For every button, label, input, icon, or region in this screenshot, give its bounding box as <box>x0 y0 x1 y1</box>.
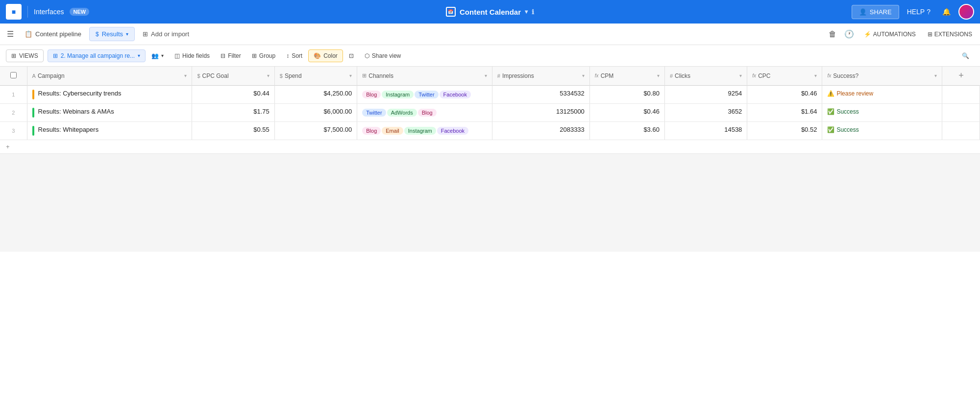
table-header-row: A Campaign ▾ $ CPC Goal ▾ <box>0 67 980 85</box>
search-icon: 🔍 <box>962 52 969 59</box>
pipeline-tab[interactable]: 📋 Content pipeline <box>19 27 87 41</box>
impressions-cell[interactable]: 13125000 <box>492 103 589 121</box>
success-cell[interactable]: ✅ Success <box>822 121 942 140</box>
cpc-cell[interactable]: $0.46 <box>747 85 822 103</box>
impressions-header[interactable]: # Impressions ▾ <box>492 67 589 85</box>
cpc-header[interactable]: fx CPC ▾ <box>747 67 822 85</box>
cpm-cell[interactable]: $0.46 <box>589 103 664 121</box>
color-button[interactable]: 🎨 Color <box>308 49 343 62</box>
info-icon[interactable]: ℹ <box>532 8 534 16</box>
share-button[interactable]: 👤 SHARE <box>852 5 899 19</box>
success-cell[interactable]: ✅ Success <box>822 103 942 121</box>
check-all-header[interactable] <box>0 67 27 85</box>
add-column-header[interactable]: + <box>942 67 980 85</box>
clicks-header[interactable]: # Clicks ▾ <box>664 67 747 85</box>
notifications-button[interactable]: 🔔 <box>938 6 955 18</box>
filter-button[interactable]: ⊟ Filter <box>216 50 246 62</box>
channel-tag: AdWords <box>387 109 417 117</box>
people-filter-button[interactable]: 👥 ▾ <box>147 50 169 62</box>
row-number: 3 <box>12 128 15 134</box>
toolbar: ⊞ VIEWS ⊞ 2. Manage all campaign re... ▾… <box>0 45 980 67</box>
campaign-header[interactable]: A Campaign ▾ <box>27 67 192 85</box>
check-icon: ✅ <box>827 108 834 115</box>
clicks-sort-caret: ▾ <box>739 73 742 78</box>
spend-cell[interactable]: $7,500.00 <box>274 121 357 140</box>
spend-sort-caret: ▾ <box>349 73 352 78</box>
channels-cell[interactable]: TwitterAdWordsBlog <box>357 103 492 121</box>
dollar-icon: $ <box>96 31 99 38</box>
spend-header[interactable]: $ Spend ▾ <box>274 67 357 85</box>
channels-cell[interactable]: BlogInstagramTwitterFacebook <box>357 85 492 103</box>
clicks-cell[interactable]: 3652 <box>664 103 747 121</box>
cpm-header[interactable]: fx CPM ▾ <box>589 67 664 85</box>
color-icon: 🎨 <box>314 52 321 59</box>
channel-tag: Facebook <box>440 91 471 98</box>
hide-icon: ◫ <box>174 52 180 59</box>
hide-fields-button[interactable]: ◫ Hide fields <box>170 50 215 62</box>
search-button[interactable]: 🔍 <box>957 50 974 62</box>
add-col-cell <box>942 85 980 103</box>
gallery-button[interactable]: ⊡ <box>344 50 359 62</box>
cpc-goal-type-icon: $ <box>197 73 200 79</box>
filter-icon: ⊟ <box>220 52 225 59</box>
table-view-caret[interactable]: ▾ <box>138 53 140 58</box>
channels-cell[interactable]: BlogEmailInstagramFacebook <box>357 121 492 140</box>
sort-icon: ↕ <box>286 52 289 59</box>
extensions-button[interactable]: ⊞ EXTENSIONS <box>924 29 976 40</box>
help-button[interactable]: HELP ? <box>903 6 934 18</box>
share-view-button[interactable]: ⬡ Share view <box>360 50 406 62</box>
cpc-sort-caret: ▾ <box>814 73 817 78</box>
views-button[interactable]: ⊞ VIEWS <box>6 49 44 62</box>
main-content: A Campaign ▾ $ CPC Goal ▾ <box>0 67 980 407</box>
cpc-goal-cell[interactable]: $0.55 <box>192 121 274 140</box>
user-avatar[interactable] <box>958 4 974 20</box>
check-all-checkbox[interactable] <box>10 72 17 78</box>
table-view-button[interactable]: ⊞ 2. Manage all campaign re... ▾ <box>48 49 146 62</box>
table-row: 3Results: Whitepapers$0.55$7,500.00BlogE… <box>0 121 980 140</box>
second-nav-right: 🗑 🕐 ⚡ AUTOMATIONS ⊞ EXTENSIONS <box>827 27 976 41</box>
history-button[interactable]: 🕐 <box>842 27 856 41</box>
success-header[interactable]: fx Success? ▾ <box>822 67 942 85</box>
title-caret[interactable]: ▾ <box>525 8 528 15</box>
cpc-goal-cell[interactable]: $0.44 <box>192 85 274 103</box>
page-title: Content Calendar <box>460 8 521 16</box>
people-caret: ▾ <box>161 53 164 58</box>
channel-tag: Blog <box>362 91 381 98</box>
warning-icon: ⚠️ <box>827 90 834 97</box>
results-caret[interactable]: ▾ <box>126 31 128 37</box>
app-name: Interfaces <box>34 8 64 16</box>
results-tab[interactable]: $ Results ▾ <box>89 27 135 41</box>
share-person-icon: 👤 <box>859 8 867 16</box>
spend-cell[interactable]: $6,000.00 <box>274 103 357 121</box>
campaign-cell[interactable]: Results: Whitepapers <box>27 121 192 140</box>
cpm-cell[interactable]: $0.80 <box>589 85 664 103</box>
cpc-goal-sort-caret: ▾ <box>267 73 270 78</box>
spend-cell[interactable]: $4,250.00 <box>274 85 357 103</box>
nav-divider <box>27 6 28 18</box>
cpm-cell[interactable]: $3.60 <box>589 121 664 140</box>
channels-header[interactable]: ⊞ Channels ▾ <box>357 67 492 85</box>
cpc-type-icon: fx <box>752 73 756 78</box>
impressions-cell[interactable]: 5334532 <box>492 85 589 103</box>
group-button[interactable]: ⊞ Group <box>247 50 280 62</box>
success-badge: ✅ Success <box>827 108 858 115</box>
table-container: A Campaign ▾ $ CPC Goal ▾ <box>0 67 980 407</box>
add-import-button[interactable]: ⊞ Add or import <box>137 27 195 41</box>
cpc-cell[interactable]: $1.64 <box>747 103 822 121</box>
clicks-cell[interactable]: 9254 <box>664 85 747 103</box>
cpm-type-icon: fx <box>595 73 599 78</box>
add-row-button[interactable]: + <box>0 140 980 154</box>
impressions-cell[interactable]: 2083333 <box>492 121 589 140</box>
hamburger-button[interactable]: ☰ <box>4 26 17 42</box>
sort-button[interactable]: ↕ Sort <box>281 50 307 62</box>
channel-tag: Email <box>382 127 403 135</box>
cpc-cell[interactable]: $0.52 <box>747 121 822 140</box>
campaign-cell[interactable]: Results: Cybersecurity trends <box>27 85 192 103</box>
clicks-cell[interactable]: 14538 <box>664 121 747 140</box>
campaign-cell[interactable]: Results: Webinars & AMAs <box>27 103 192 121</box>
success-cell[interactable]: ⚠️ Please review <box>822 85 942 103</box>
cpc-goal-cell[interactable]: $1.75 <box>192 103 274 121</box>
trash-button[interactable]: 🗑 <box>827 28 838 41</box>
cpc-goal-header[interactable]: $ CPC Goal ▾ <box>192 67 274 85</box>
automations-button[interactable]: ⚡ AUTOMATIONS <box>860 29 920 40</box>
